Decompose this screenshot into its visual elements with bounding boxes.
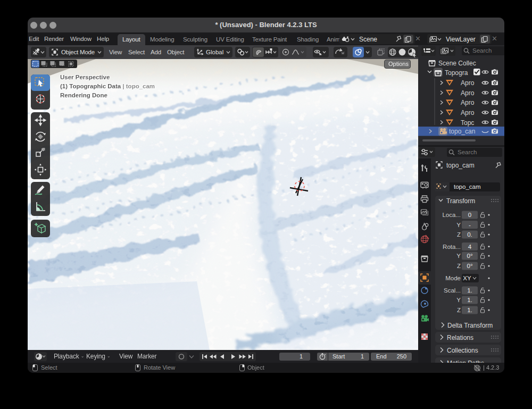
svg-text:Scene Collec: Scene Collec [438,60,476,67]
svg-text:0°: 0° [467,253,473,259]
svg-text:1.: 1. [467,297,472,303]
svg-text:ViewLayer: ViewLayer [446,36,476,43]
svg-text:Delta Transform: Delta Transform [447,322,493,329]
svg-text:Global: Global [206,49,223,55]
svg-text:Apro: Apro [461,109,475,116]
svg-text:Topc: Topc [461,119,474,127]
svg-text:0°: 0° [467,263,473,269]
svg-text:Object Mode: Object Mode [61,49,95,55]
svg-text:Collections: Collections [447,347,478,354]
svg-text:Y: Y [456,297,461,303]
svg-text:Scal...: Scal... [444,287,461,294]
svg-text:Scene: Scene [359,36,377,43]
svg-text:Y: Y [456,253,461,259]
svg-text:1.: 1. [467,307,472,313]
svg-text:Loca...: Loca... [442,212,461,218]
svg-text:Relations: Relations [447,334,473,341]
svg-text:Z: Z [457,307,461,313]
svg-text:0.: 0. [467,231,472,238]
svg-text:topo_cam: topo_cam [446,162,475,169]
svg-text:Y: Y [456,222,461,228]
svg-text:-: - [469,222,471,228]
svg-text:XY: XY [463,275,471,281]
svg-text:Mode: Mode [445,275,461,281]
svg-text:Apro: Apro [461,99,475,106]
svg-text:Z: Z [457,263,461,269]
svg-text:Z: Z [457,231,461,238]
svg-text:topo_can: topo_can [449,128,475,135]
svg-text:4: 4 [468,244,472,250]
svg-text:Apro: Apro [461,79,475,87]
svg-text:1.: 1. [467,287,472,294]
svg-text:Apro: Apro [461,89,475,97]
svg-text:Topogra: Topogra [445,69,468,77]
svg-text:Rota...: Rota... [443,244,461,250]
svg-text:0: 0 [468,212,471,218]
